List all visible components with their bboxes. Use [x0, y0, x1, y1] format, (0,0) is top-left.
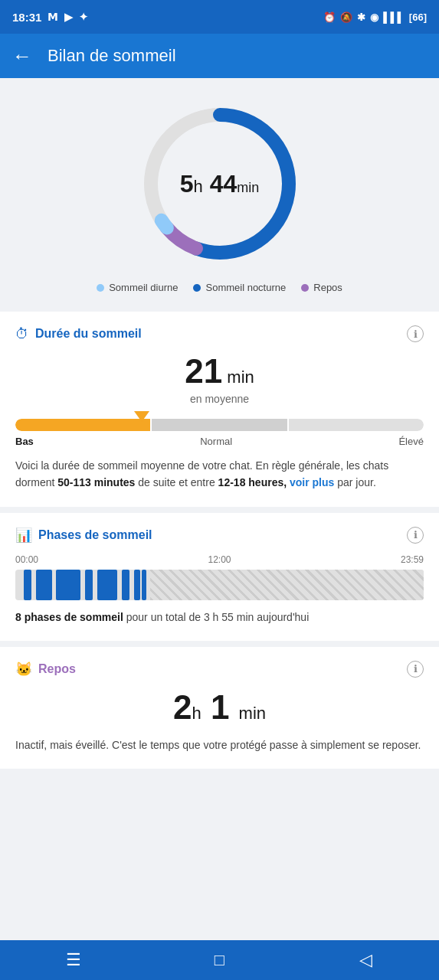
phases-total-label: pour un total de 3 h 55 min aujourd'hui: [126, 611, 310, 623]
duration-unit: min: [222, 368, 254, 387]
phases-summary: 8 phases de sommeil pour un total de 3 h…: [15, 609, 424, 626]
sleep-duration-icon: ⏱: [15, 326, 29, 342]
signal-icon: ▌▌▌: [383, 11, 405, 23]
home-icon: □: [215, 950, 224, 970]
status-right: ⏰ 🔕 ✱ ◉ ▌▌▌ [66]: [323, 11, 427, 23]
sleep-duration-card: ⏱ Durée du sommeil ℹ 21 min en moyenne B…: [0, 312, 439, 507]
phase-block-3: [56, 570, 80, 600]
label-bas: Bas: [15, 436, 34, 447]
desc-text-2: de suite et entre: [135, 476, 218, 488]
time-end: 23:59: [401, 554, 424, 565]
bottom-spacer: [0, 775, 439, 787]
bluetooth-icon: ✱: [357, 11, 365, 23]
back-button[interactable]: ←: [12, 44, 32, 68]
phase-block-8: [142, 570, 146, 600]
legend-diurne: Sommeil diurne: [97, 282, 178, 293]
youtube-icon: ▶: [64, 11, 73, 23]
mute-icon: 🔕: [340, 11, 352, 23]
repos-value-display: 2h 1 min: [15, 688, 424, 727]
duration-progress-section: Bas Normal Élevé: [15, 419, 424, 447]
battery-icon: [66]: [409, 11, 427, 23]
legend-repos: Repos: [301, 282, 342, 293]
repos-minutes-unit: min: [239, 704, 266, 723]
repos-description: Inactif, mais éveillé. C'est le temps qu…: [15, 737, 424, 754]
time: 18:31: [12, 11, 41, 24]
nav-home-button[interactable]: □: [197, 945, 243, 975]
label-eleve: Élevé: [398, 436, 424, 447]
progress-bar: [15, 419, 424, 431]
progress-indicator: [134, 411, 149, 422]
duration-title-group: ⏱ Durée du sommeil: [15, 326, 142, 342]
desc-bold-2: 12-18 heures,: [218, 476, 287, 488]
legend-nocturne: Sommeil nocturne: [193, 282, 286, 293]
sleep-ring-chart: 5h 44min: [136, 100, 304, 268]
time-start: 00:00: [15, 554, 38, 565]
duration-card-header: ⏱ Durée du sommeil ℹ: [15, 325, 424, 342]
phases-title-group: 📊 Phases de sommeil: [15, 527, 152, 544]
repos-legend-label: Repos: [313, 282, 342, 293]
phase-block-6: [122, 570, 130, 600]
repos-card-title: Repos: [38, 662, 76, 676]
phases-card-header: 📊 Phases de sommeil ℹ: [15, 527, 424, 544]
sleep-time-display: 5h 44min: [180, 170, 260, 198]
phases-card-title: Phases de sommeil: [38, 528, 152, 542]
progress-high: [289, 419, 424, 431]
phases-info-button[interactable]: ℹ: [407, 527, 424, 544]
nav-back-button[interactable]: ◁: [343, 945, 389, 975]
repos-card: 🐱 Repos ℹ 2h 1 min Inactif, mais éveillé…: [0, 647, 439, 769]
phase-block-4: [85, 570, 93, 600]
repos-title-group: 🐱 Repos: [15, 661, 76, 678]
phase-block-2: [36, 570, 52, 600]
phases-count: 8 phases de sommeil: [15, 611, 123, 623]
rest-day-area: [150, 570, 424, 600]
sleep-phases-card: 📊 Phases de sommeil ℹ 00:00 12:00 23:59 …: [0, 513, 439, 641]
desc-text-3: par jour.: [334, 476, 375, 488]
app-header: ← Bilan de sommeil: [0, 34, 439, 78]
repos-card-header: 🐱 Repos ℹ: [15, 661, 424, 678]
menu-icon: ☰: [66, 950, 81, 970]
label-normal: Normal: [200, 436, 232, 447]
repos-minutes: 1: [211, 688, 229, 726]
duration-card-title: Durée du sommeil: [35, 327, 142, 341]
repos-hours-unit: h: [192, 704, 201, 723]
back-nav-icon: ◁: [359, 950, 372, 970]
duration-number: 21: [185, 352, 222, 390]
duration-info-button[interactable]: ℹ: [407, 325, 424, 342]
timeline-header: 00:00 12:00 23:59: [15, 554, 424, 565]
main-content: 5h 44min Sommeil diurne Sommeil nocturne…: [0, 78, 439, 940]
page-title: Bilan de sommeil: [48, 46, 176, 66]
status-bar: 18:31 𝗠 ▶ ✦ ⏰ 🔕 ✱ ◉ ▌▌▌ [66]: [0, 0, 439, 34]
duration-value-display: 21 min: [15, 353, 424, 390]
duration-description: Voici la durée de sommeil moyenne de vot…: [15, 458, 424, 491]
nocturne-label: Sommeil nocturne: [205, 282, 286, 293]
sleep-minutes: 44: [210, 170, 238, 198]
horoscope-icon: ✦: [79, 11, 88, 23]
see-more-link[interactable]: voir plus: [290, 476, 334, 488]
location-icon: ◉: [370, 11, 378, 23]
desc-bold-1: 50-113 minutes: [57, 476, 135, 488]
progress-low: [15, 419, 150, 431]
sleep-hours: 5: [180, 170, 194, 198]
status-left: 18:31 𝗠 ▶ ✦: [12, 11, 88, 24]
diurne-label: Sommeil diurne: [109, 282, 178, 293]
nocturne-dot: [193, 284, 201, 292]
bottom-navigation: ☰ □ ◁: [0, 940, 439, 980]
repos-dot: [301, 284, 309, 292]
phases-icon: 📊: [15, 527, 32, 544]
hours-unit: h: [194, 177, 203, 196]
diurne-dot: [97, 284, 104, 292]
phase-block-7: [134, 570, 140, 600]
minutes-unit: min: [237, 180, 259, 195]
time-mid: 12:00: [208, 554, 231, 565]
repos-icon: 🐱: [15, 661, 32, 678]
ring-section: 5h 44min Sommeil diurne Sommeil nocturne…: [0, 78, 439, 305]
phase-block-1: [24, 570, 32, 600]
sleep-legend: Sommeil diurne Sommeil nocturne Repos: [97, 282, 342, 293]
repos-info-button[interactable]: ℹ: [407, 661, 424, 678]
repos-hours: 2: [173, 688, 192, 726]
messenger-icon: 𝗠: [48, 11, 58, 23]
progress-normal: [152, 419, 287, 431]
duration-sub-label: en moyenne: [15, 393, 424, 405]
phases-bar: [15, 570, 424, 600]
nav-menu-button[interactable]: ☰: [51, 945, 97, 975]
